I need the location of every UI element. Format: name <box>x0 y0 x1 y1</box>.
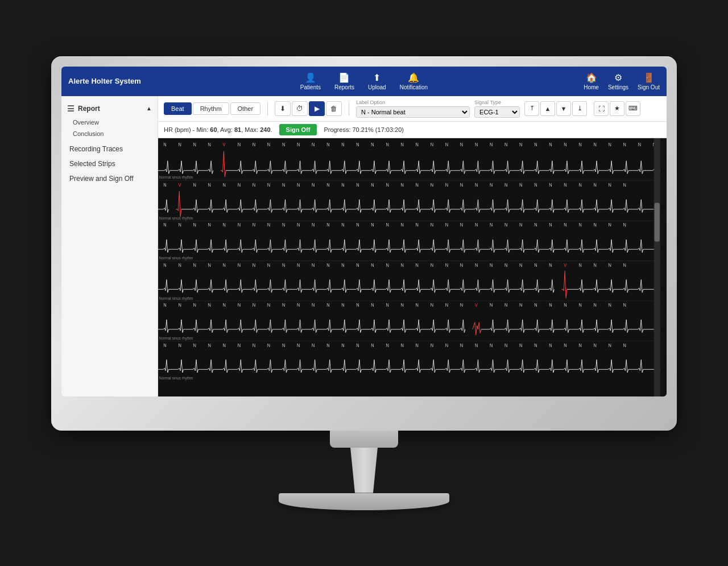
nav-last-btn[interactable]: ⤓ <box>572 101 587 116</box>
sidebar-item-recording-traces[interactable]: Recording Traces <box>61 142 158 156</box>
svg-text:N: N <box>282 301 285 308</box>
signal-type-label: Signal Type <box>474 100 520 105</box>
keyboard-btn[interactable]: ⌨ <box>626 101 640 116</box>
svg-text:Normal sinus rhythm: Normal sinus rhythm <box>159 295 193 301</box>
svg-text:N: N <box>549 262 552 268</box>
svg-text:N: N <box>460 341 463 348</box>
svg-text:N: N <box>431 262 433 268</box>
svg-text:N: N <box>431 341 433 348</box>
svg-text:N: N <box>623 141 626 147</box>
svg-text:N: N <box>312 262 315 268</box>
svg-text:N: N <box>490 181 493 188</box>
fullscreen-btn[interactable]: ⛶ <box>594 101 609 116</box>
svg-text:N: N <box>267 341 270 348</box>
nav-signout[interactable]: 🚪 Sign Out <box>638 72 660 90</box>
svg-text:N: N <box>208 301 211 308</box>
svg-text:N: N <box>371 141 374 147</box>
svg-text:N: N <box>163 341 166 348</box>
svg-text:N: N <box>504 221 507 228</box>
svg-text:N: N <box>431 141 433 147</box>
svg-text:N: N <box>253 221 255 228</box>
tab-other[interactable]: Other <box>230 102 261 115</box>
hamburger-icon[interactable]: ☰ <box>67 104 75 113</box>
home-icon: 🏠 <box>586 72 597 83</box>
svg-text:N: N <box>460 301 463 308</box>
nav-next-btn[interactable]: ▼ <box>556 101 571 116</box>
svg-text:N: N <box>623 181 626 188</box>
svg-text:N: N <box>326 301 329 308</box>
svg-text:N: N <box>534 181 537 188</box>
toolbar-play-btn[interactable]: ▶ <box>309 101 325 116</box>
svg-text:N: N <box>386 141 388 147</box>
svg-text:N: N <box>371 301 374 308</box>
reports-icon: 📄 <box>338 72 350 83</box>
svg-text:N: N <box>178 262 181 268</box>
svg-text:N: N <box>356 221 359 228</box>
svg-text:N: N <box>445 341 448 348</box>
nav-notification[interactable]: 🔔 Notification <box>400 72 428 90</box>
svg-text:N: N <box>401 301 404 308</box>
svg-text:N: N <box>519 221 522 228</box>
patients-icon: 👤 <box>305 72 316 83</box>
svg-text:N: N <box>193 262 196 268</box>
svg-text:N: N <box>490 221 493 228</box>
signal-type-select[interactable]: ECG-1 ECG-2 ECG-3 <box>474 106 520 118</box>
svg-text:N: N <box>564 141 566 147</box>
sidebar-item-selected-strips[interactable]: Selected Strips <box>61 156 158 171</box>
sidebar-item-overview[interactable]: Overview <box>61 117 158 128</box>
svg-text:N: N <box>223 341 226 348</box>
svg-text:N: N <box>356 301 359 308</box>
tab-rhythm[interactable]: Rhythm <box>193 102 229 115</box>
svg-text:N: N <box>326 341 329 348</box>
nav-notification-label: Notification <box>400 84 428 90</box>
svg-text:N: N <box>504 262 507 268</box>
svg-text:N: N <box>431 301 433 308</box>
svg-text:N: N <box>401 341 404 348</box>
toolbar-download-btn[interactable]: ⬇ <box>275 101 291 116</box>
svg-text:N: N <box>253 301 255 308</box>
toolbar-clock-btn[interactable]: ⏱ <box>292 101 308 116</box>
svg-text:N: N <box>638 141 641 147</box>
nav-settings[interactable]: ⚙ Settings <box>608 72 628 90</box>
sign-off-button[interactable]: Sign Off <box>279 124 317 135</box>
svg-text:N: N <box>401 221 404 228</box>
svg-text:N: N <box>238 221 241 228</box>
sidebar-collapse-icon[interactable]: ▲ <box>146 105 152 111</box>
svg-text:N: N <box>341 141 344 147</box>
svg-text:N: N <box>519 141 522 147</box>
status-bar: HR (bpm) - Min: 60, Avg: 81, Max: 240. S… <box>158 122 667 138</box>
svg-text:N: N <box>460 181 463 188</box>
star-btn[interactable]: ★ <box>610 101 624 116</box>
svg-text:N: N <box>445 181 448 188</box>
nav-first-btn[interactable]: ⤒ <box>524 101 539 116</box>
svg-rect-206 <box>654 138 660 396</box>
nav-home[interactable]: 🏠 Home <box>584 72 599 90</box>
svg-text:N: N <box>416 301 419 308</box>
nav-patients[interactable]: 👤 Patients <box>300 72 321 90</box>
signal-type-group: Signal Type ECG-1 ECG-2 ECG-3 <box>474 100 520 118</box>
tab-beat[interactable]: Beat <box>164 102 192 115</box>
svg-text:N: N <box>609 301 611 308</box>
svg-text:N: N <box>386 341 388 348</box>
svg-text:N: N <box>416 262 419 268</box>
upload-icon: ⬆ <box>373 72 380 83</box>
svg-text:N: N <box>341 221 344 228</box>
content-area: Beat Rhythm Other ⬇ ⏱ ▶ 🗑 <box>158 96 667 396</box>
svg-text:N: N <box>623 221 626 228</box>
svg-text:Normal sinus rhythm: Normal sinus rhythm <box>159 255 193 261</box>
ecg-svg: N N N N V N N N N N N N <box>158 138 667 396</box>
label-option-select[interactable]: N - Normal beat V - PVC S - SVE <box>356 106 470 118</box>
sidebar-item-preview-signoff[interactable]: Preview and Sign Off <box>61 171 158 186</box>
svg-text:N: N <box>445 262 448 268</box>
svg-text:N: N <box>341 341 344 348</box>
toolbar-delete-btn[interactable]: 🗑 <box>326 101 342 116</box>
nav-reports[interactable]: 📄 Reports <box>334 72 354 90</box>
svg-text:N: N <box>267 262 270 268</box>
svg-text:N: N <box>386 181 388 188</box>
svg-text:N: N <box>297 181 300 188</box>
svg-text:N: N <box>356 141 359 147</box>
notification-icon: 🔔 <box>408 72 419 83</box>
nav-upload[interactable]: ⬆ Upload <box>368 72 386 90</box>
nav-prev-btn[interactable]: ▲ <box>540 101 555 116</box>
sidebar-item-conclusion[interactable]: Conclusion <box>61 128 158 139</box>
